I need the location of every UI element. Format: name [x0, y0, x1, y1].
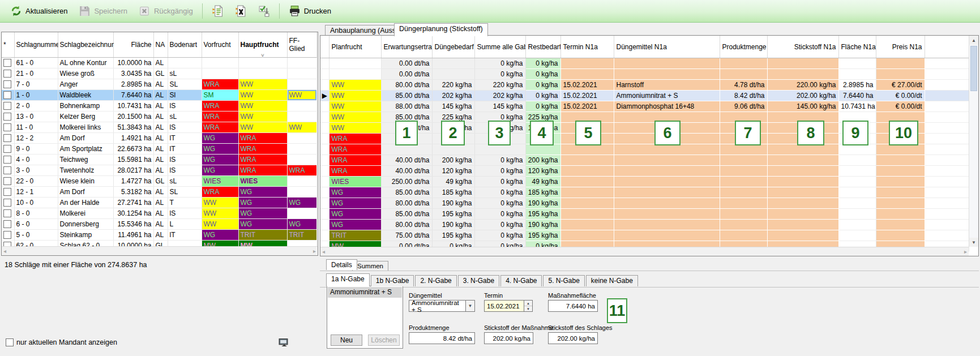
field-table-row[interactable]: 6 - 0Donnersberg15.5346 haALLWWWGWG [2, 219, 316, 230]
subtab-5--n-gabe[interactable]: 5. N-Gabe [543, 275, 584, 286]
row-checkbox[interactable] [3, 188, 11, 196]
row-checkbox[interactable] [3, 209, 11, 217]
excel-export-button[interactable] [229, 2, 253, 20]
left-col-header-ffglied[interactable]: FF-Glied [287, 32, 316, 58]
right-col-header-preisn1a[interactable]: Preis N1a [876, 36, 925, 58]
left-col-header-*[interactable]: * [2, 32, 14, 58]
tab-details[interactable]: Details [326, 259, 357, 270]
row-checkbox[interactable] [3, 199, 11, 207]
subtab-4--n-gabe[interactable]: 4. N-Gabe [500, 275, 542, 286]
fertilizer-list-item[interactable]: Ammoniumnitrat + S [328, 287, 402, 298]
fertilization-table-row[interactable]: WW88.00 dt/ha145 kg/ha145 kg/ha0 kg/ha15… [320, 101, 969, 112]
tab-summen[interactable]: Summen [352, 261, 388, 271]
fertilization-table-row[interactable]: WIES250.00 dt/ha49 kg/ha0 kg/ha49 kg/ha [320, 177, 969, 187]
field-table-row[interactable]: 9 - 0Am Sportplatz22.6673 haALlTWGWRA [2, 144, 316, 155]
row-checkbox[interactable] [3, 220, 11, 228]
field-table-row[interactable]: 5 - 0Steinkamp11.4961 haALlTWGTRITTRIT [2, 230, 316, 241]
stickstoff-schlag-field[interactable]: 202.00 kg/ha [548, 332, 598, 344]
field-table-row[interactable]: 7 - 0Anger2.8985 haALSLWRAWW [2, 79, 316, 90]
row-checkbox[interactable] [3, 134, 11, 142]
subtab-keine-n-gabe[interactable]: keine N-Gabe [586, 275, 638, 286]
left-col-header-na[interactable]: NA [153, 32, 168, 58]
loeschen-button[interactable]: Löschen [368, 334, 400, 346]
termin-input[interactable]: 15.02.2021 [484, 300, 524, 312]
fertilization-table-row[interactable]: WW80.00 dt/ha220 kg/ha220 kg/ha0 kg/ha15… [320, 80, 969, 91]
right-col-header-dngemitteln1a[interactable]: Düngemittel N1a [614, 36, 720, 58]
fertilization-table-row[interactable]: WRA [320, 144, 969, 155]
right-col-header-stickstoffn1a[interactable]: Stickstoff N1a [767, 36, 838, 58]
duengemittel-select[interactable]: Ammoniumnitrat + S [409, 300, 466, 312]
stickstoff-massnahme-field[interactable]: 202.00 kg/ha [484, 332, 533, 344]
fertilization-table-row[interactable]: WG85.00 dt/ha185 kg/ha0 kg/ha185 kg/ha [320, 187, 969, 198]
field-table-row[interactable]: 4 - 0Teichweg15.5981 haALlSWGWRA [2, 155, 316, 165]
scroll-up-icon[interactable]: ▲ [969, 36, 978, 45]
row-checkbox[interactable] [3, 70, 11, 78]
row-checkbox[interactable] [3, 91, 11, 99]
termin-spinner[interactable]: ▲▼ [524, 300, 533, 312]
row-checkbox[interactable] [3, 59, 11, 67]
chevron-down-icon[interactable]: ▼ [465, 300, 475, 312]
mandant-checkbox[interactable] [6, 338, 14, 346]
fertilization-table-row[interactable]: ▶WW85.00 dt/ha202 kg/ha202 kg/ha0 kg/ha1… [320, 91, 969, 101]
monitor-icon[interactable] [279, 337, 288, 347]
right-col-header-restbedarf[interactable]: Restbedarf [525, 36, 560, 58]
field-table-row[interactable]: 10 - 0An der Halde27.2741 haALTWWWGWG [2, 198, 316, 208]
field-table-row[interactable]: 1 - 0Waldbleek7.6440 haALSlSMWWWW [2, 90, 316, 101]
scroll-right-icon[interactable]: ▸ [964, 248, 967, 255]
report-button[interactable] [206, 2, 229, 20]
subtab-2--n-gabe[interactable]: 2. N-Gabe [415, 275, 456, 286]
left-col-header-schlagnummer[interactable]: Schlagnummer [14, 32, 58, 58]
spinner-down-icon[interactable]: ▼ [524, 306, 532, 311]
undo-button[interactable]: Rückgängig [133, 2, 199, 20]
right-col-header-planfrucht[interactable]: Planfrucht [329, 36, 381, 58]
fertilization-table-row[interactable]: 0.00 dt/ha0 kg/ha0 kg/ha [320, 69, 969, 80]
subtab-3--n-gabe[interactable]: 3. N-Gabe [458, 275, 499, 286]
left-horizontal-scrollbar[interactable]: ◂ ▸ [2, 246, 318, 255]
tab-duengerplanung[interactable]: Düngerplanung (Stickstoff) [394, 23, 488, 36]
right-col-header-produktmengen1a[interactable]: Produktmenge N1a [720, 36, 767, 58]
left-col-header-hauptfrucht[interactable]: Hauptfrucht˅ [238, 32, 287, 58]
right-vertical-scrollbar[interactable]: ▲ ▼ [969, 36, 978, 247]
subtab-1a-n-gabe[interactable]: 1a N-Gabe [326, 273, 370, 286]
fertilization-table-row[interactable]: TRIT75.00 dt/ha195 kg/ha0 kg/ha195 kg/ha [320, 230, 969, 241]
field-table-row[interactable]: 22 - 0Wiese klein1.4727 haGLsLWIESWIES [2, 176, 316, 187]
row-checkbox[interactable] [3, 102, 11, 110]
scroll-down-icon[interactable]: ▼ [969, 238, 978, 247]
row-checkbox[interactable] [3, 166, 11, 174]
fertilization-table-row[interactable]: 0.00 dt/ha0 kg/ha0 kg/ha [320, 58, 969, 69]
save-button[interactable]: Speichern [73, 2, 133, 20]
left-col-header-flche[interactable]: Fläche [113, 32, 153, 58]
scroll-right-icon[interactable]: ▸ [313, 248, 316, 254]
field-table-row[interactable]: 2 - 0Bohnenkamp10.7431 haALlSWRAWW [2, 101, 316, 111]
right-horizontal-scrollbar[interactable]: ◂ ▸ [320, 247, 969, 256]
spinner-up-icon[interactable]: ▲ [524, 301, 532, 306]
field-table-row[interactable]: 12 - 1Am Dorf5.3182 haALSLWRAWG [2, 187, 316, 198]
produktmenge-field[interactable]: 8.42 dt/ha [409, 332, 475, 344]
apply-transfer-button[interactable] [253, 2, 276, 20]
fertilization-table-row[interactable]: WG85.00 dt/ha195 kg/ha0 kg/ha195 kg/ha [320, 209, 969, 220]
row-checkbox[interactable] [3, 123, 11, 131]
fertilization-table-row[interactable]: WG80.00 dt/ha190 kg/ha0 kg/ha190 kg/ha [320, 198, 969, 209]
neu-button[interactable]: Neu [331, 334, 362, 346]
fertilization-table-row[interactable]: WG80.00 dt/ha190 kg/ha0 kg/ha190 kg/ha [320, 220, 969, 230]
massnahmeflaeche-field[interactable]: 7.6440 ha [548, 300, 598, 312]
row-checkbox[interactable] [3, 145, 11, 153]
scroll-left-icon[interactable]: ◂ [322, 248, 325, 255]
field-table-row[interactable]: 12 - 2Am Dorf1.4921 haALlTWGWRA [2, 133, 316, 144]
field-table-row[interactable]: 61 - 0AL ohne Kontur10.0000 haAL [2, 58, 316, 68]
row-checkbox[interactable] [3, 177, 11, 185]
scrollbar-thumb[interactable] [970, 46, 977, 91]
row-checkbox[interactable] [3, 156, 11, 164]
refresh-button[interactable]: Aktualisieren [5, 2, 73, 20]
right-col-header-terminn1a[interactable]: Termin N1a [560, 36, 614, 58]
field-table-row[interactable]: 3 - 0Twetenholz28.0217 haALlSWGWRAWRA [2, 165, 316, 176]
row-checkbox[interactable] [3, 80, 11, 88]
right-col-header-summeallegaben[interactable]: Summe alle Gaben [474, 36, 525, 58]
right-col-header-erwartungsertrag[interactable]: Erwartungsertrag [381, 36, 432, 58]
scroll-left-icon[interactable]: ◂ [3, 248, 6, 254]
right-col-header-flchen1a[interactable]: Fläche N1a [838, 36, 876, 58]
left-col-header-schlagbezeichnung[interactable]: Schlagbezeichnung [58, 32, 113, 58]
left-col-header-vorfrucht[interactable]: Vorfrucht [202, 32, 238, 58]
right-col-header-dngebedarf[interactable]: Düngebedarf [432, 36, 474, 58]
row-checkbox[interactable] [3, 231, 11, 239]
